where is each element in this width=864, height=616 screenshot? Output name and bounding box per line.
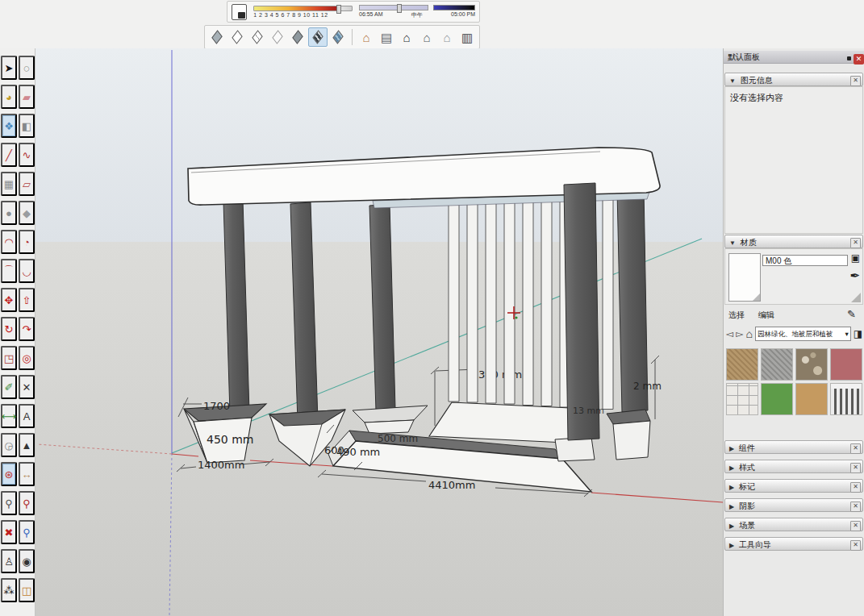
section-plane-tool[interactable]: ◫ [19, 578, 35, 602]
rotate-tool[interactable]: ↻ [1, 317, 17, 341]
back-icon[interactable]: ◅ [726, 328, 733, 339]
zoom-extents-tool[interactable]: ✖ [1, 520, 17, 544]
dimension-tool[interactable]: ⟷ [1, 404, 17, 428]
forward-icon[interactable]: ▻ [736, 328, 743, 339]
column-4-base[interactable] [555, 437, 595, 461]
swatch-clay-ochre[interactable] [795, 383, 828, 415]
time-gradient-strip[interactable] [433, 5, 475, 10]
date-slider-handle[interactable] [336, 5, 341, 14]
wedge-tool[interactable]: ◧ [19, 114, 35, 138]
two-point-arc-tool[interactable]: ⌒ [1, 259, 17, 283]
style-wireframe-button[interactable] [227, 27, 247, 47]
materials-close-button[interactable]: ✕ [850, 238, 861, 248]
section-scenes[interactable]: ▶ 场景 ✕ [724, 518, 863, 531]
time-slider-handle[interactable] [397, 4, 402, 13]
pin-icon[interactable] [847, 56, 851, 60]
freehand-tool[interactable]: ∿ [19, 143, 35, 167]
zoom-tool[interactable]: ⚲ [1, 491, 17, 515]
section-close-button[interactable]: ✕ [850, 521, 861, 531]
front-view-button[interactable]: ⌂ [397, 27, 416, 47]
tab-select[interactable]: 选择 [728, 310, 745, 319]
section-styles[interactable]: ▶ 样式 ✕ [724, 460, 863, 473]
offset-tool[interactable]: ◎ [19, 346, 35, 370]
material-name-field[interactable]: M00 色 [762, 255, 848, 266]
section-close-button[interactable]: ✕ [850, 463, 861, 473]
panel-close-button[interactable]: ✕ [854, 54, 864, 65]
style-back-edges-button[interactable] [268, 27, 287, 47]
text-tool[interactable]: A [19, 404, 35, 428]
section-shadows[interactable]: ▶ 阴影 ✕ [724, 498, 863, 512]
lasso-select-tool[interactable]: ◌ [19, 56, 35, 80]
swatch-grass-green[interactable] [761, 383, 793, 415]
swatch-gravel-tan[interactable] [726, 348, 758, 381]
section-components[interactable]: ▶ 组件 ✕ [724, 440, 863, 454]
rectangle-tool[interactable]: ▦ [1, 172, 17, 196]
style-shaded-textures-button[interactable] [328, 27, 348, 47]
swatch-stone-red[interactable] [830, 348, 862, 381]
material-preview[interactable] [728, 253, 761, 302]
entity-info-header[interactable]: ▼ 图元信息 ✕ [724, 73, 863, 86]
left-view-button[interactable]: ▥ [457, 27, 477, 47]
right-view-button[interactable]: ⌂ [417, 27, 436, 47]
section-close-button[interactable]: ✕ [850, 502, 861, 512]
eraser-tool[interactable]: ▰ [19, 85, 35, 109]
style-x-ray-button[interactable] [207, 27, 227, 47]
date-gradient-strip[interactable] [253, 6, 353, 11]
three-point-arc-tool[interactable]: ◡ [19, 259, 35, 283]
circle-tool[interactable]: ● [1, 201, 17, 225]
select-tool[interactable]: ➤ [1, 56, 17, 80]
top-view-button[interactable]: ▤ [377, 27, 396, 47]
axes-tool[interactable]: ✕ [19, 375, 35, 399]
swatch-gravel-gray[interactable] [761, 348, 793, 381]
shadow-date-slider[interactable]: 1 2 3 4 5 6 7 8 9 10 11 12 [253, 6, 353, 18]
swatch-pebbles[interactable] [795, 348, 828, 381]
create-material-icon[interactable]: ▣ [851, 252, 860, 264]
push-pull-tool[interactable]: ⇧ [19, 288, 35, 312]
previous-view-tool[interactable]: ⚲ [19, 520, 35, 544]
line-tool[interactable]: ╱ [1, 143, 17, 167]
viewport-canvas[interactable]: 390 mm [35, 48, 723, 616]
rotated-rectangle-tool[interactable]: ▱ [19, 172, 35, 196]
zoom-window-tool[interactable]: ⚲ [19, 491, 35, 515]
3d-text-tool[interactable]: ▲ [19, 433, 35, 457]
style-shaded-button[interactable] [308, 27, 328, 47]
arc-tool[interactable]: ◠ [1, 230, 17, 254]
section-tags[interactable]: ▶ 标记 ✕ [724, 479, 863, 493]
material-category-dropdown[interactable]: 园林绿化、地被层和植被 ▾ [755, 327, 851, 341]
details-icon[interactable]: ◨ [854, 328, 862, 339]
polygon-tool[interactable]: ◆ [19, 201, 35, 225]
position-camera-tool[interactable]: ♙ [1, 549, 17, 573]
style-monochrome-button[interactable] [288, 27, 307, 47]
section-close-button[interactable]: ✕ [850, 482, 861, 493]
style-hidden-line-button[interactable] [248, 27, 267, 47]
eyedropper-icon[interactable]: ✎ [847, 308, 856, 320]
panel-title[interactable]: 默认面板 ✕ [724, 51, 864, 64]
entity-info-close-button[interactable]: ✕ [850, 76, 861, 86]
tape-measure-tool[interactable]: ✐ [1, 375, 17, 399]
shadow-time-slider[interactable]: 06:55 AM 中午 05:00 PM [359, 5, 475, 19]
follow-me-tool[interactable]: ↷ [19, 317, 35, 341]
iso-view-button[interactable]: ⌂ [357, 27, 376, 47]
scale-tool[interactable]: ◳ [1, 346, 17, 370]
column-5[interactable] [617, 189, 648, 412]
column-4[interactable] [564, 183, 599, 440]
section-close-button[interactable]: ✕ [850, 540, 861, 551]
materials-header[interactable]: ▼ 材质 ✕ [724, 235, 863, 248]
tab-edit[interactable]: 编辑 [758, 310, 774, 319]
orbit-tool[interactable]: ⊛ [1, 462, 17, 486]
protractor-tool[interactable]: ◶ [1, 433, 17, 457]
textured-cube-tool[interactable]: ❖ [1, 114, 17, 138]
sample-paint-icon[interactable]: ✒ [849, 268, 860, 283]
section-instructor[interactable]: ▶ 工具向导 ✕ [724, 537, 863, 551]
look-around-tool[interactable]: ◉ [19, 549, 35, 573]
walk-tool[interactable]: ⁂ [1, 578, 17, 602]
swatch-fence-white[interactable] [830, 383, 862, 415]
section-close-button[interactable]: ✕ [850, 443, 861, 454]
swatch-pavers-white[interactable] [726, 383, 758, 415]
home-icon[interactable]: ⌂ [745, 327, 752, 340]
back-view-button[interactable]: ⌂ [437, 27, 457, 47]
move-tool[interactable]: ✥ [1, 288, 17, 312]
paint-bucket-tool[interactable]: ◕ [1, 85, 17, 109]
pan-tool[interactable]: ↔ [19, 462, 35, 486]
shadow-toggle-icon[interactable] [232, 4, 247, 20]
